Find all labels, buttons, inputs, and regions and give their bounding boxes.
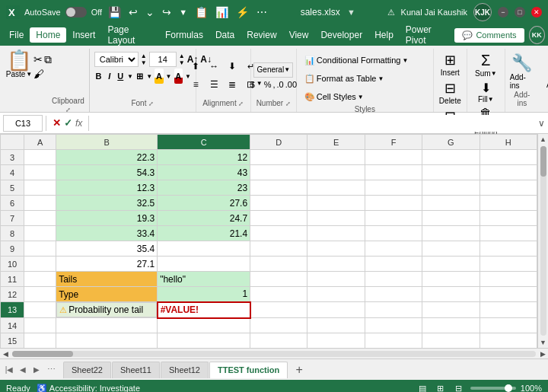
cell-reference-input[interactable]: [3, 115, 43, 132]
cell-c7[interactable]: 24.7: [158, 211, 250, 226]
percent-button[interactable]: %: [264, 80, 272, 89]
cell-f6[interactable]: [365, 196, 422, 211]
font-name-arrow[interactable]: ▲▼: [141, 53, 147, 66]
cell-f8[interactable]: [365, 226, 422, 241]
cell-d5[interactable]: [250, 180, 307, 196]
menu-formulas[interactable]: Formulas: [159, 27, 209, 43]
cell-b11[interactable]: Tails: [56, 272, 158, 287]
cell-f7[interactable]: [365, 211, 422, 226]
cell-c6[interactable]: 27.6: [158, 196, 250, 211]
add-sheet-button[interactable]: +: [291, 362, 307, 378]
italic-button[interactable]: I: [105, 69, 113, 84]
cell-e10[interactable]: [307, 257, 365, 272]
left-align-button[interactable]: ≡: [187, 76, 204, 93]
decrease-decimal-button[interactable]: .0: [277, 80, 284, 89]
cell-g3[interactable]: [422, 150, 480, 165]
cell-a9[interactable]: [24, 241, 56, 257]
menu-data[interactable]: Data: [209, 27, 241, 43]
cell-f11[interactable]: [365, 272, 422, 287]
cell-e15[interactable]: [307, 333, 365, 349]
menu-help[interactable]: Help: [368, 27, 400, 43]
zoom-slider[interactable]: [470, 387, 516, 390]
cell-g9[interactable]: [422, 241, 480, 257]
page-layout-view-button[interactable]: ⊞: [434, 381, 448, 392]
cell-e7[interactable]: [307, 211, 365, 226]
cell-g5[interactable]: [422, 180, 480, 196]
format-painter-icon[interactable]: 🖌: [33, 68, 44, 80]
menu-home[interactable]: Home: [30, 27, 66, 43]
cell-g8[interactable]: [422, 226, 480, 241]
border-arrow[interactable]: ▼: [146, 73, 152, 80]
cell-h7[interactable]: [480, 211, 537, 226]
comments-button[interactable]: 💬 Comments: [454, 28, 524, 43]
undo-arrow-icon[interactable]: ⌄: [144, 5, 156, 20]
font-expand-icon[interactable]: ⤢: [148, 100, 154, 107]
format-as-table-button[interactable]: 📋 Format as Table ▼: [301, 70, 429, 87]
cell-c9[interactable]: [158, 241, 250, 257]
cell-e11[interactable]: [307, 272, 365, 287]
cell-h11[interactable]: [480, 272, 537, 287]
cell-e12[interactable]: [307, 287, 365, 302]
cell-h9[interactable]: [480, 241, 537, 257]
cell-h15[interactable]: [480, 333, 537, 349]
cell-h4[interactable]: [480, 165, 537, 180]
cell-d8[interactable]: [250, 226, 307, 241]
cell-c8[interactable]: 21.4: [158, 226, 250, 241]
cell-f4[interactable]: [365, 165, 422, 180]
insert-cells-button[interactable]: ⊞ Insert: [441, 52, 460, 77]
cell-e14[interactable]: [307, 318, 365, 333]
expand-formula-bar-icon[interactable]: ∨: [538, 118, 545, 129]
cell-d14[interactable]: [250, 318, 307, 333]
minimize-button[interactable]: −: [498, 7, 508, 18]
cell-f14[interactable]: [365, 318, 422, 333]
col-header-g[interactable]: G: [422, 135, 480, 150]
font-size-input[interactable]: [149, 52, 177, 67]
cell-b9[interactable]: 35.4: [56, 241, 158, 257]
col-header-h[interactable]: H: [480, 135, 537, 150]
sheet-tab-sheet22[interactable]: Sheet22: [63, 362, 111, 378]
cell-d9[interactable]: [250, 241, 307, 257]
currency-button[interactable]: $: [250, 80, 255, 89]
cell-g10[interactable]: [422, 257, 480, 272]
cell-b10[interactable]: 27.1: [56, 257, 158, 272]
v-scroll-up-button[interactable]: ▲: [540, 134, 546, 145]
cell-a4[interactable]: [24, 165, 56, 180]
cell-d10[interactable]: [250, 257, 307, 272]
number-format-select[interactable]: General ▼: [253, 62, 293, 78]
sum-button[interactable]: Σ Sum▼: [475, 52, 496, 78]
col-header-f[interactable]: F: [365, 135, 422, 150]
user-badge-menu[interactable]: KK: [529, 26, 545, 44]
increase-decimal-button[interactable]: .00: [285, 80, 297, 89]
sheet-tab-ttest[interactable]: TTEST function: [209, 362, 288, 378]
cell-h10[interactable]: [480, 257, 537, 272]
undo-icon[interactable]: ↩: [127, 5, 139, 20]
cell-b6[interactable]: 32.5: [56, 196, 158, 211]
alignment-expand-icon[interactable]: ⤢: [238, 100, 244, 107]
cancel-formula-icon[interactable]: ✕: [53, 117, 61, 129]
cell-g13[interactable]: [422, 302, 480, 318]
cell-h3[interactable]: [480, 150, 537, 165]
normal-view-button[interactable]: ▤: [416, 381, 429, 392]
bold-button[interactable]: B: [94, 69, 103, 84]
menu-page-layout[interactable]: Page Layout: [101, 22, 159, 48]
font-name-select[interactable]: Calibri: [94, 52, 139, 67]
cell-c10[interactable]: [158, 257, 250, 272]
cell-a8[interactable]: [24, 226, 56, 241]
cell-b4[interactable]: 54.3: [56, 165, 158, 180]
center-align-button[interactable]: ☰: [206, 76, 222, 93]
cell-a10[interactable]: [24, 257, 56, 272]
cell-d4[interactable]: [250, 165, 307, 180]
font-color-button[interactable]: A: [174, 69, 183, 84]
sheet-first-button[interactable]: |◀: [3, 364, 15, 376]
cell-f10[interactable]: [365, 257, 422, 272]
cell-a6[interactable]: [24, 196, 56, 211]
cell-b15[interactable]: [56, 333, 158, 349]
menu-power-pivot[interactable]: Power Pivot: [400, 22, 455, 48]
currency-arrow[interactable]: ▼: [256, 80, 263, 89]
cell-h13[interactable]: [480, 302, 537, 318]
h-scroll-thumb[interactable]: [12, 351, 73, 357]
fill-color-button[interactable]: A: [155, 69, 163, 84]
cell-a3[interactable]: [24, 150, 56, 165]
cell-h12[interactable]: [480, 287, 537, 302]
cell-a11[interactable]: [24, 272, 56, 287]
